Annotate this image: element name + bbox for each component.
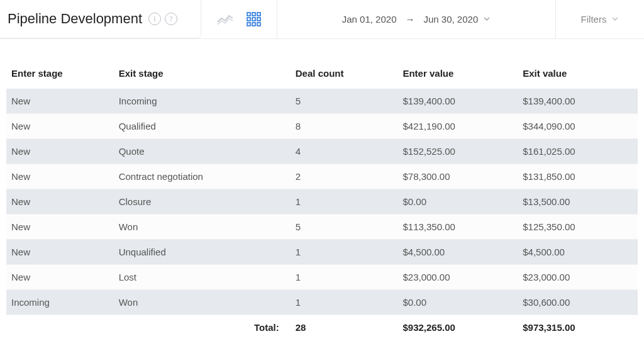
col-enter-stage[interactable]: Enter stage — [6, 62, 114, 89]
svg-rect-8 — [257, 23, 260, 26]
cell-exit-value: $13,500.00 — [518, 189, 638, 214]
filters-button[interactable]: Filters — [556, 0, 644, 38]
total-deal-count: 28 — [291, 315, 398, 340]
cell-exit-value: $131,850.00 — [518, 164, 638, 189]
cell-exit-stage: Won — [114, 290, 291, 315]
table-row[interactable]: NewClosure1$0.00$13,500.00 — [6, 189, 638, 214]
cell-exit-stage: Quote — [114, 139, 291, 164]
cell-enter-stage: New — [6, 164, 114, 189]
cell-enter-value: $0.00 — [397, 290, 518, 315]
chevron-down-icon — [483, 14, 491, 25]
cell-exit-stage: Unqualified — [114, 240, 291, 265]
cell-enter-stage: New — [6, 265, 114, 290]
table-row[interactable]: IncomingWon1$0.00$30,600.00 — [6, 290, 638, 315]
total-row: Total: 28 $932,265.00 $973,315.00 — [6, 315, 638, 340]
cell-deal-count: 5 — [291, 89, 398, 114]
cell-enter-value: $23,000.00 — [397, 265, 518, 290]
date-start: Jan 01, 2020 — [342, 14, 397, 25]
cell-exit-value: $23,000.00 — [518, 265, 638, 290]
cell-exit-stage: Won — [114, 214, 291, 240]
cell-deal-count: 2 — [291, 164, 398, 189]
svg-rect-0 — [247, 13, 250, 16]
cell-enter-value: $421,190.00 — [397, 114, 518, 139]
col-deal-count[interactable]: Deal count — [291, 62, 398, 89]
filters-label: Filters — [581, 14, 607, 25]
cell-enter-value: $152,525.00 — [397, 139, 518, 164]
cell-deal-count: 8 — [291, 114, 398, 139]
table-row[interactable]: NewUnqualified1$4,500.00$4,500.00 — [6, 240, 638, 265]
cell-enter-value: $78,300.00 — [397, 164, 518, 189]
arrow-right-icon: → — [406, 14, 415, 25]
svg-rect-3 — [247, 18, 250, 21]
cell-enter-value: $0.00 — [397, 189, 518, 214]
svg-rect-4 — [252, 18, 255, 21]
table-header-row: Enter stage Exit stage Deal count Enter … — [6, 62, 638, 89]
total-enter-value: $932,265.00 — [397, 315, 518, 340]
svg-rect-5 — [257, 18, 260, 21]
cell-deal-count: 1 — [291, 290, 398, 315]
svg-rect-2 — [257, 13, 260, 16]
svg-rect-1 — [252, 13, 255, 16]
cell-exit-value: $125,350.00 — [518, 214, 638, 240]
cell-deal-count: 5 — [291, 214, 398, 240]
cell-enter-stage: New — [6, 214, 114, 240]
cell-deal-count: 1 — [291, 265, 398, 290]
view-toggle — [201, 0, 277, 38]
header-icons: i ? — [148, 13, 177, 25]
cell-exit-stage: Qualified — [114, 114, 291, 139]
content: Enter stage Exit stage Deal count Enter … — [0, 39, 644, 340]
cell-enter-stage: New — [6, 139, 114, 164]
cell-enter-stage: New — [6, 240, 114, 265]
help-icon[interactable]: ? — [165, 13, 177, 25]
cell-deal-count: 1 — [291, 240, 398, 265]
pipeline-table: Enter stage Exit stage Deal count Enter … — [6, 62, 638, 340]
col-exit-stage[interactable]: Exit stage — [114, 62, 291, 89]
table-row[interactable]: NewLost1$23,000.00$23,000.00 — [6, 265, 638, 290]
cell-enter-stage: Incoming — [6, 290, 114, 315]
grid-view-icon[interactable] — [247, 12, 262, 27]
cell-enter-stage: New — [6, 114, 114, 139]
cell-enter-stage: New — [6, 89, 114, 114]
col-enter-value[interactable]: Enter value — [397, 62, 518, 89]
cell-exit-value: $139,400.00 — [518, 89, 638, 114]
svg-rect-6 — [247, 23, 250, 26]
date-end: Jun 30, 2020 — [424, 14, 479, 25]
cell-exit-stage: Contract negotiation — [114, 164, 291, 189]
cell-deal-count: 4 — [291, 139, 398, 164]
cell-exit-value: $30,600.00 — [518, 290, 638, 315]
table-row[interactable]: NewIncoming5$139,400.00$139,400.00 — [6, 89, 638, 114]
total-exit-value: $973,315.00 — [518, 315, 638, 340]
cell-enter-stage: New — [6, 189, 114, 214]
cell-exit-stage: Closure — [114, 189, 291, 214]
table-row[interactable]: NewQuote4$152,525.00$161,025.00 — [6, 139, 638, 164]
cell-deal-count: 1 — [291, 189, 398, 214]
chart-view-icon[interactable] — [216, 13, 234, 26]
topbar: Pipeline Development i ? — [0, 0, 644, 39]
cell-enter-value: $113,350.00 — [397, 214, 518, 240]
total-label: Total: — [114, 315, 291, 340]
svg-rect-7 — [252, 23, 255, 26]
cell-enter-value: $139,400.00 — [397, 89, 518, 114]
cell-exit-value: $344,090.00 — [518, 114, 638, 139]
table-row[interactable]: NewContract negotiation2$78,300.00$131,8… — [6, 164, 638, 189]
chevron-down-icon — [611, 14, 619, 25]
cell-enter-value: $4,500.00 — [397, 240, 518, 265]
table-row[interactable]: NewWon5$113,350.00$125,350.00 — [6, 214, 638, 240]
col-exit-value[interactable]: Exit value — [518, 62, 638, 89]
info-icon[interactable]: i — [148, 13, 161, 25]
table-row[interactable]: NewQualified8$421,190.00$344,090.00 — [6, 114, 638, 139]
cell-exit-stage: Lost — [114, 265, 291, 290]
cell-exit-value: $4,500.00 — [518, 240, 638, 265]
cell-exit-value: $161,025.00 — [518, 139, 638, 164]
cell-exit-stage: Incoming — [114, 89, 291, 114]
date-range-picker[interactable]: Jan 01, 2020 → Jun 30, 2020 — [277, 0, 556, 38]
page-title: Pipeline Development — [8, 11, 142, 27]
header-left: Pipeline Development i ? — [0, 0, 201, 38]
